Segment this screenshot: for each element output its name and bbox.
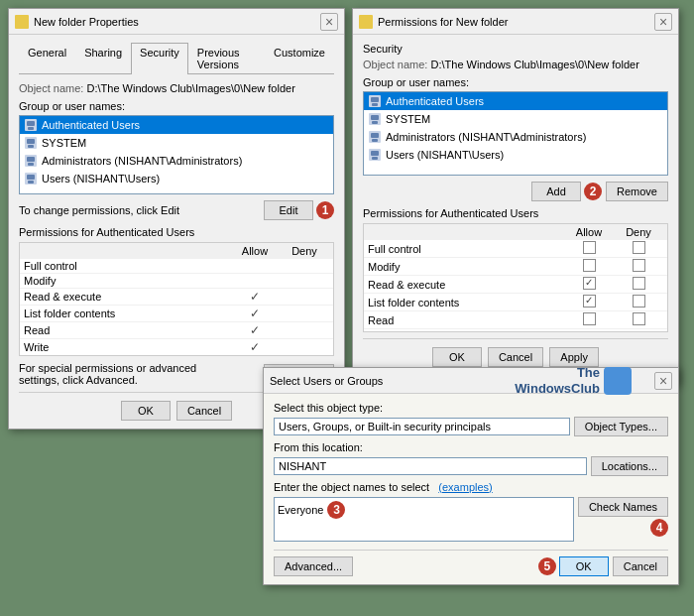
user-icon-5: [368, 94, 382, 108]
svg-rect-7: [27, 157, 35, 162]
folder-icon-2: [359, 15, 373, 29]
group-label-1: Group or user names:: [19, 100, 334, 112]
svg-rect-20: [372, 139, 378, 142]
edit-button[interactable]: Edit: [264, 200, 313, 220]
object-name-value-2: D:\The Windows Club\Images\0\New folder: [430, 59, 638, 70]
ok-button-3[interactable]: OK: [559, 556, 609, 576]
permissions-close-button[interactable]: ×: [654, 13, 672, 31]
edit-btn-group: Edit 1: [264, 200, 334, 220]
svg-rect-13: [371, 97, 379, 102]
perm-row: Write ✓: [20, 339, 333, 356]
object-type-input[interactable]: [274, 418, 570, 435]
perm-label-1: Permissions for Authenticated Users: [19, 226, 334, 238]
object-name-label-2: Object name:: [363, 59, 427, 70]
cb-deny[interactable]: [633, 295, 645, 308]
list-item-system-2[interactable]: SYSTEM: [364, 110, 667, 128]
remove-button[interactable]: Remove: [606, 182, 668, 201]
properties-close-button[interactable]: ×: [320, 13, 338, 31]
location-input[interactable]: [274, 457, 587, 475]
tab-general[interactable]: General: [19, 43, 75, 73]
cancel-button-2[interactable]: Cancel: [488, 347, 543, 367]
examples-link[interactable]: (examples): [438, 481, 492, 493]
object-types-button[interactable]: Object Types...: [574, 417, 668, 436]
perm-row: List folder contents ✓: [20, 306, 333, 322]
select-users-titlebar: Select Users or Groups The WindowsClub ×: [264, 368, 678, 394]
perm-row: List folder contents: [364, 294, 667, 311]
watermark-line1: The: [515, 365, 600, 381]
object-name-value: D:\The Windows Club\Images\0\New folder: [86, 82, 294, 94]
tab-security[interactable]: Security: [131, 43, 188, 74]
svg-rect-22: [371, 151, 379, 156]
perm-row: Full control: [20, 259, 333, 274]
cb-deny[interactable]: [633, 277, 645, 290]
svg-rect-11: [28, 181, 34, 184]
edit-row: To change permissions, click Edit Edit 1: [19, 200, 334, 220]
locations-button[interactable]: Locations...: [591, 456, 668, 476]
object-type-group: Select this object type: Object Types...: [274, 402, 668, 436]
perm-header-2: Allow Deny: [364, 224, 667, 240]
watermark: The WindowsClub: [515, 365, 632, 396]
separator-3: [274, 550, 668, 551]
list-item-auth-users-1[interactable]: Authenticated Users: [20, 116, 333, 134]
list-item-system-1[interactable]: SYSTEM: [20, 134, 333, 152]
allow-col-2: Allow: [564, 226, 614, 238]
svg-rect-8: [28, 163, 34, 166]
perm-row: Read & execute ✓: [20, 289, 333, 306]
cb-allow[interactable]: [583, 241, 596, 254]
add-remove-row: Add 2 Remove: [363, 182, 668, 201]
cb-allow[interactable]: [583, 259, 596, 272]
svg-rect-14: [372, 103, 378, 106]
special-perm-text: For special permissions or advanced sett…: [19, 362, 217, 386]
check-names-button[interactable]: Check Names: [578, 497, 668, 517]
perm-rows-1: Full control Modify Read & execute ✓ Lis…: [20, 259, 333, 356]
security-section-label: Security: [363, 43, 668, 55]
user-icon-3: [24, 154, 38, 168]
user-icon-4: [24, 172, 38, 185]
tab-customize[interactable]: Customize: [265, 43, 334, 73]
cb-deny[interactable]: [633, 241, 645, 254]
user-name-2-3: Administrators (NISHANT\Administrators): [386, 131, 586, 143]
svg-rect-10: [27, 175, 35, 180]
object-type-label: Select this object type:: [274, 402, 668, 414]
svg-rect-2: [28, 127, 34, 130]
tab-prev-versions[interactable]: Previous Versions: [188, 43, 265, 73]
add-button[interactable]: Add: [531, 182, 581, 201]
cancel-button-1[interactable]: Cancel: [176, 401, 232, 421]
list-item-admins-2[interactable]: Administrators (NISHANT\Administrators): [364, 128, 667, 146]
watermark-icon: [604, 367, 632, 395]
svg-rect-19: [371, 133, 379, 138]
perm-row: Modify: [364, 258, 667, 276]
perm-row: Read: [364, 311, 667, 329]
cancel-button-3[interactable]: Cancel: [613, 556, 668, 576]
svg-rect-1: [27, 121, 35, 126]
location-row: Locations...: [274, 456, 668, 476]
advanced-button-3[interactable]: Advanced...: [274, 556, 353, 576]
properties-titlebar: New folder Properties ×: [9, 9, 344, 35]
tab-sharing[interactable]: Sharing: [75, 43, 131, 73]
object-names-input[interactable]: [274, 497, 574, 542]
apply-button[interactable]: Apply: [549, 347, 599, 367]
ok-cancel-group: 5 OK Cancel: [535, 556, 668, 576]
cb-allow-checked[interactable]: [583, 277, 596, 290]
list-item-auth-users-2[interactable]: Authenticated Users: [364, 92, 667, 110]
ok-button-1[interactable]: OK: [121, 401, 171, 421]
deny-col-2: Deny: [614, 226, 663, 238]
object-input-row: Everyone 3 Check Names 4: [274, 497, 668, 544]
cb-allow[interactable]: [583, 312, 596, 325]
ok-button-2[interactable]: OK: [432, 347, 482, 367]
svg-rect-16: [371, 115, 379, 120]
perm-header-1: Allow Deny: [20, 243, 333, 259]
cb-allow-checked[interactable]: [583, 295, 596, 308]
deny-col-1: Deny: [280, 245, 329, 257]
cb-deny[interactable]: [633, 312, 645, 325]
location-group: From this location: Locations...: [274, 441, 668, 476]
list-item-admins-1[interactable]: Administrators (NISHANT\Administrators): [20, 152, 333, 170]
select-users-close-button[interactable]: ×: [654, 372, 672, 390]
permissions-section-1: Allow Deny Full control Modify Read & ex…: [19, 242, 334, 356]
list-item-users-1[interactable]: Users (NISHANT\Users): [20, 170, 333, 187]
user-icon: [24, 118, 38, 132]
list-item-users-2[interactable]: Users (NISHANT\Users): [364, 146, 667, 164]
cb-deny[interactable]: [633, 259, 645, 272]
badge-5: 5: [538, 557, 556, 575]
svg-rect-4: [27, 139, 35, 144]
